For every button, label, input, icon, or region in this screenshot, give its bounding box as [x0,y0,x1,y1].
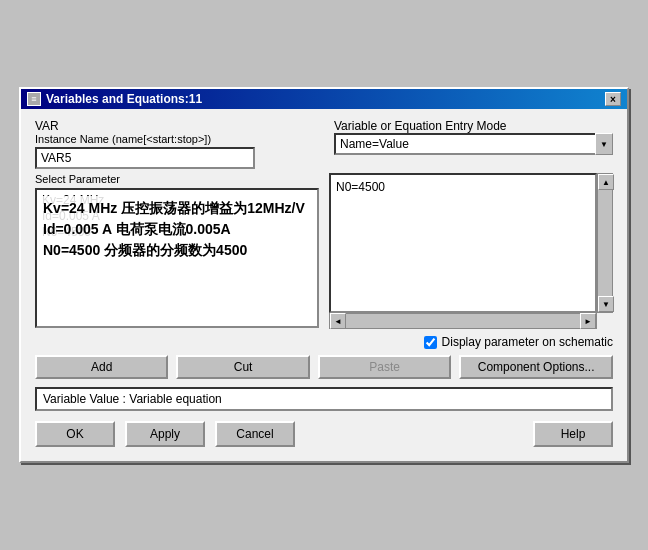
paste-button[interactable]: Paste [318,355,451,379]
list-box-wrapper: Kv=24 MHz Id=0.005 A N0=4500 Kv=24 MHz 压… [35,188,319,328]
dialog-content: VAR Instance Name (name[<start:stop>]) V… [21,109,627,461]
instance-name-label: Instance Name (name[<start:stop>]) [35,133,314,145]
action-buttons-row: Add Cut Paste Component Options... [35,355,613,379]
main-area: Select Parameter Kv=24 MHz Id=0.005 A N0… [35,173,613,329]
close-button[interactable]: × [605,92,621,106]
mode-dropdown[interactable]: Name=Value Equation Table [334,133,613,155]
vertical-scrollbar[interactable]: ▲ ▼ [597,173,613,313]
status-text: Variable Value : Variable equation [43,392,222,406]
parameter-list[interactable]: Kv=24 MHz Id=0.005 A N0=4500 [35,188,319,328]
cancel-button[interactable]: Cancel [215,421,295,447]
scroll-down-button[interactable]: ▼ [598,296,614,312]
scroll-right-button[interactable]: ► [580,313,596,329]
window-icon: ≡ [27,92,41,106]
apply-button[interactable]: Apply [125,421,205,447]
checkbox-row: Display parameter on schematic [35,335,613,349]
top-section: VAR Instance Name (name[<start:stop>]) V… [35,119,613,169]
list-item[interactable]: Kv=24 MHz [39,192,315,208]
scroll-left-button[interactable]: ◄ [330,313,346,329]
select-param-label: Select Parameter [35,173,319,185]
title-bar: ≡ Variables and Equations:11 × [21,89,627,109]
cut-button[interactable]: Cut [176,355,309,379]
mode-label: Variable or Equation Entry Mode [334,119,613,133]
bottom-buttons: OK Apply Cancel Help [35,421,613,451]
list-item[interactable]: Id=0.005 A [39,208,315,224]
instance-name-input[interactable] [35,147,255,169]
scroll-up-button[interactable]: ▲ [598,174,614,190]
mode-dropdown-wrapper: Name=Value Equation Table ▼ [334,133,613,155]
horizontal-scrollbar[interactable]: ◄ ► [329,313,597,329]
list-item[interactable]: N0=4500 [39,224,315,240]
display-param-label: Display parameter on schematic [442,335,613,349]
scroll-corner [597,313,613,329]
ok-button[interactable]: OK [35,421,115,447]
window-title: Variables and Equations:11 [46,92,202,106]
left-panel: Select Parameter Kv=24 MHz Id=0.005 A N0… [35,173,319,329]
help-button[interactable]: Help [533,421,613,447]
var-section: VAR Instance Name (name[<start:stop>]) [35,119,314,169]
display-param-checkbox[interactable] [424,336,437,349]
add-button[interactable]: Add [35,355,168,379]
status-bar: Variable Value : Variable equation [35,387,613,411]
equation-content: N0=4500 [334,178,592,196]
right-panel: N0=4500 ▲ ▼ ◄ ► [329,173,613,329]
mode-section: Variable or Equation Entry Mode Name=Val… [334,119,613,169]
var-label: VAR [35,119,314,133]
right-area-container: N0=4500 ▲ ▼ [329,173,613,313]
equation-display[interactable]: N0=4500 [329,173,597,313]
title-bar-left: ≡ Variables and Equations:11 [27,92,202,106]
h-scroll-area: ◄ ► [329,313,613,329]
dialog-window: ≡ Variables and Equations:11 × VAR Insta… [19,87,629,463]
component-options-button[interactable]: Component Options... [459,355,613,379]
